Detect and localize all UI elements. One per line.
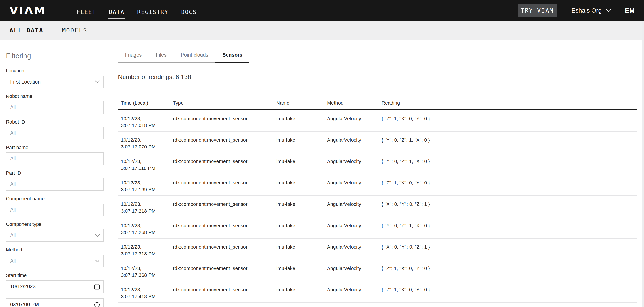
filter-sidebar: Filtering Location First Location Robot … bbox=[0, 40, 111, 307]
cell-method: AngularVelocity bbox=[327, 179, 382, 193]
table-row[interactable]: 10/12/23, 3:07:17.268 PM rdk:component:m… bbox=[118, 217, 636, 239]
cell-method: AngularVelocity bbox=[327, 265, 382, 278]
filter-field: Location First Location bbox=[6, 68, 104, 88]
cell-reading: { "Y": 0, "Z": 1, "X": 0 } bbox=[382, 136, 636, 150]
nav-item-fleet[interactable]: FLEET bbox=[76, 2, 96, 19]
method-select-field[interactable]: All bbox=[6, 255, 104, 267]
cell-type: rdk:component:movement_sensor bbox=[173, 115, 276, 129]
column-header-reading: Reading bbox=[382, 100, 636, 106]
cell-reading: { "Z": 1, "X": 0, "Y": 0 } bbox=[382, 286, 636, 300]
component-type-select-field[interactable]: All bbox=[6, 229, 104, 242]
cell-date: 10/12/23, bbox=[121, 286, 173, 293]
cell-type: rdk:component:movement_sensor bbox=[173, 179, 276, 193]
calendar-icon bbox=[94, 284, 100, 290]
cell-time: 3:07:17.018 PM bbox=[121, 122, 173, 129]
column-header-name: Name bbox=[276, 100, 327, 106]
cell-name: imu-fake bbox=[276, 115, 327, 129]
table-row[interactable]: 10/12/23, 3:07:17.368 PM rdk:component:m… bbox=[118, 260, 636, 282]
cell-date: 10/12/23, bbox=[121, 115, 173, 122]
table-row[interactable]: 10/12/23, 3:07:17.018 PM rdk:component:m… bbox=[118, 110, 636, 132]
field-label: Robot ID bbox=[6, 119, 104, 124]
robot-name-input-field[interactable] bbox=[10, 104, 100, 110]
try-viam-button[interactable]: TRY VIAM bbox=[518, 4, 557, 18]
data-type-tabs: Images Files Point clouds Sensors bbox=[118, 49, 250, 63]
filter-field: Robot ID bbox=[6, 119, 104, 140]
nav-item-data[interactable]: DATA bbox=[108, 2, 125, 19]
nav-item-registry[interactable]: REGISTRY bbox=[137, 2, 169, 19]
cell-method: AngularVelocity bbox=[327, 158, 382, 172]
primary-nav: FLEET DATA REGISTRY DOCS bbox=[76, 2, 197, 19]
field-label: Component type bbox=[6, 222, 104, 227]
cell-name: imu-fake bbox=[276, 286, 327, 300]
robot-id-input[interactable] bbox=[6, 127, 104, 140]
component-name-input[interactable] bbox=[6, 204, 104, 216]
cell-date: 10/12/23, bbox=[121, 201, 173, 208]
table-row[interactable]: 10/12/23, 3:07:17.070 PM rdk:component:m… bbox=[118, 132, 636, 153]
end-time-time-field[interactable]: 03:07:00 PM bbox=[6, 298, 104, 307]
tab-all-data[interactable]: ALL DATA bbox=[10, 27, 44, 34]
readings-count: Number of readings: 6,138 bbox=[118, 73, 636, 81]
cell-date: 10/12/23, bbox=[121, 136, 173, 143]
component-name-input-field[interactable] bbox=[10, 207, 100, 213]
cell-time: 3:07:17.218 PM bbox=[121, 208, 173, 214]
column-header-time: Time (Local) bbox=[118, 100, 173, 106]
cell-time: 3:07:17.169 PM bbox=[121, 186, 173, 193]
chevron-down-icon bbox=[606, 9, 611, 12]
start-time-date-field[interactable]: 10/12/2023 bbox=[6, 280, 104, 293]
location-value: First Location bbox=[10, 79, 95, 85]
cell-type: rdk:component:movement_sensor bbox=[173, 286, 276, 300]
cell-reading: { "Z": 1, "X": 0, "Y": 0 } bbox=[382, 179, 636, 193]
end-time-value: 03:07:00 PM bbox=[10, 302, 94, 307]
part-name-input-field[interactable] bbox=[10, 156, 100, 162]
table-row[interactable]: 10/12/23, 3:07:17.218 PM rdk:component:m… bbox=[118, 196, 636, 217]
avatar[interactable]: EM bbox=[625, 7, 635, 14]
tab-images[interactable]: Images bbox=[118, 49, 149, 63]
part-name-input[interactable] bbox=[6, 152, 104, 165]
cell-time: 3:07:17.368 PM bbox=[121, 272, 173, 278]
filter-field: Start time 10/12/2023 bbox=[6, 273, 104, 293]
cell-type: rdk:component:movement_sensor bbox=[173, 244, 276, 257]
chevron-down-icon bbox=[95, 80, 100, 83]
app-body: Filtering Location First Location Robot … bbox=[0, 40, 644, 307]
cell-name: imu-fake bbox=[276, 244, 327, 257]
location-select-field[interactable]: First Location bbox=[6, 76, 104, 88]
tab-point-clouds[interactable]: Point clouds bbox=[174, 49, 215, 63]
part-id-input-field[interactable] bbox=[10, 181, 100, 187]
filter-field: Part name bbox=[6, 145, 104, 165]
tab-sensors[interactable]: Sensors bbox=[215, 49, 250, 63]
org-switcher[interactable]: Esha's Org bbox=[571, 7, 611, 14]
cell-name: imu-fake bbox=[276, 136, 327, 150]
filter-field: Component type All bbox=[6, 222, 104, 242]
method-value: All bbox=[10, 258, 95, 264]
cell-type: rdk:component:movement_sensor bbox=[173, 201, 276, 214]
part-id-input[interactable] bbox=[6, 178, 104, 190]
tab-models[interactable]: MODELS bbox=[62, 27, 88, 34]
page-scrollbar[interactable] bbox=[642, 21, 644, 307]
tab-files[interactable]: Files bbox=[149, 49, 174, 63]
sensor-readings-table: Time (Local) Type Name Method Reading 10… bbox=[118, 93, 636, 303]
table-body: 10/12/23, 3:07:17.018 PM rdk:component:m… bbox=[118, 110, 636, 303]
component-type-value: All bbox=[10, 232, 95, 238]
viam-logo[interactable]: VIΛM bbox=[10, 6, 46, 16]
field-label: Robot name bbox=[6, 94, 104, 99]
table-row[interactable]: 10/12/23, 3:07:17.169 PM rdk:component:m… bbox=[118, 174, 636, 196]
cell-reading: { "X": 0, "Y": 0, "Z": 1 } bbox=[382, 201, 636, 214]
cell-date: 10/12/23, bbox=[121, 158, 173, 165]
filter-field: Method All bbox=[6, 247, 104, 267]
nav-item-docs[interactable]: DOCS bbox=[181, 2, 197, 19]
cell-reading: { "Y": 0, "Z": 1, "X": 0 } bbox=[382, 222, 636, 236]
field-label: Part ID bbox=[6, 170, 104, 176]
table-row[interactable]: 10/12/23, 3:07:17.418 PM rdk:component:m… bbox=[118, 282, 636, 303]
table-row[interactable]: 10/12/23, 3:07:17.318 PM rdk:component:m… bbox=[118, 239, 636, 260]
top-nav: VIΛM FLEET DATA REGISTRY DOCS TRY VIAM E… bbox=[0, 0, 644, 21]
cell-reading: { "X": 0, "Y": 0, "Z": 1 } bbox=[382, 244, 636, 257]
robot-id-input-field[interactable] bbox=[10, 130, 100, 136]
cell-method: AngularVelocity bbox=[327, 115, 382, 129]
cell-time: 3:07:17.070 PM bbox=[121, 143, 173, 150]
cell-method: AngularVelocity bbox=[327, 286, 382, 300]
cell-type: rdk:component:movement_sensor bbox=[173, 265, 276, 278]
field-label: Start time bbox=[6, 273, 104, 278]
filter-field: Part ID bbox=[6, 170, 104, 190]
table-row[interactable]: 10/12/23, 3:07:17.118 PM rdk:component:m… bbox=[118, 153, 636, 174]
robot-name-input[interactable] bbox=[6, 101, 104, 114]
